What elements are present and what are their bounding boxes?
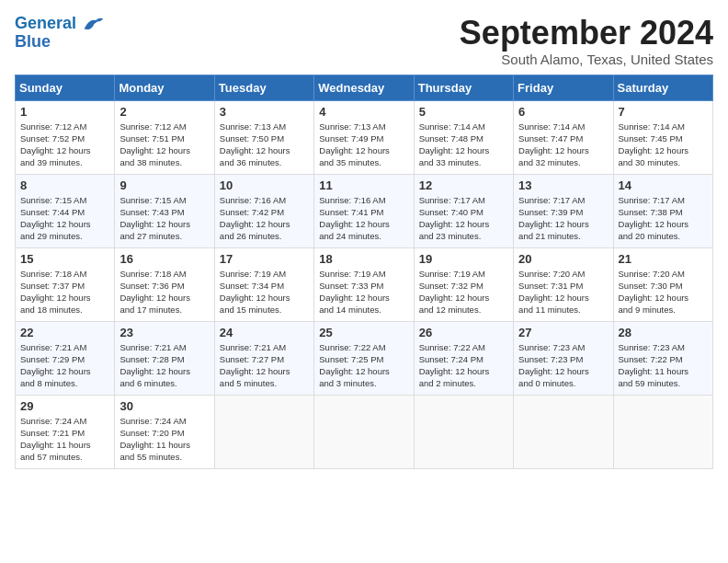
day-number: 17 — [220, 252, 309, 266]
day-number: 8 — [20, 178, 109, 192]
logo-text: General — [15, 15, 105, 33]
day-number: 11 — [319, 178, 408, 192]
calendar-day-cell: 4Sunrise: 7:13 AM Sunset: 7:49 PM Daylig… — [314, 100, 414, 174]
calendar-header-saturday: Saturday — [613, 75, 712, 100]
calendar-day-cell: 9Sunrise: 7:15 AM Sunset: 7:43 PM Daylig… — [115, 174, 214, 247]
title-area: September 2024 South Alamo, Texas, Unite… — [460, 15, 713, 67]
logo-text-blue: Blue — [15, 32, 51, 51]
calendar-day-cell: 8Sunrise: 7:15 AM Sunset: 7:44 PM Daylig… — [16, 174, 115, 247]
day-info: Sunrise: 7:14 AM Sunset: 7:45 PM Dayligh… — [619, 121, 708, 169]
calendar-header-tuesday: Tuesday — [214, 75, 313, 100]
day-number: 6 — [518, 105, 608, 119]
day-number: 13 — [518, 178, 608, 192]
day-info: Sunrise: 7:15 AM Sunset: 7:44 PM Dayligh… — [20, 194, 109, 243]
day-number: 5 — [419, 105, 508, 119]
calendar-day-cell: 6Sunrise: 7:14 AM Sunset: 7:47 PM Daylig… — [514, 100, 613, 174]
calendar-day-cell: 28Sunrise: 7:23 AM Sunset: 7:22 PM Dayli… — [613, 321, 712, 395]
day-number: 16 — [119, 252, 209, 266]
day-number: 10 — [220, 178, 309, 192]
calendar-day-cell — [514, 395, 613, 468]
day-number: 19 — [419, 252, 508, 266]
calendar-day-cell — [414, 395, 513, 468]
day-info: Sunrise: 7:14 AM Sunset: 7:47 PM Dayligh… — [518, 121, 608, 169]
calendar-day-cell: 22Sunrise: 7:21 AM Sunset: 7:29 PM Dayli… — [16, 321, 115, 395]
day-number: 4 — [319, 105, 408, 119]
day-info: Sunrise: 7:13 AM Sunset: 7:50 PM Dayligh… — [220, 121, 309, 169]
day-number: 24 — [220, 326, 309, 339]
day-number: 22 — [20, 326, 109, 339]
calendar-header-friday: Friday — [514, 75, 613, 100]
day-info: Sunrise: 7:20 AM Sunset: 7:31 PM Dayligh… — [518, 268, 608, 316]
day-number: 20 — [518, 252, 608, 266]
day-info: Sunrise: 7:20 AM Sunset: 7:30 PM Dayligh… — [619, 268, 708, 316]
calendar-day-cell — [613, 395, 712, 468]
day-info: Sunrise: 7:19 AM Sunset: 7:34 PM Dayligh… — [220, 268, 309, 316]
day-info: Sunrise: 7:16 AM Sunset: 7:42 PM Dayligh… — [220, 194, 309, 243]
calendar-day-cell: 30Sunrise: 7:24 AM Sunset: 7:20 PM Dayli… — [115, 395, 214, 468]
calendar-day-cell: 15Sunrise: 7:18 AM Sunset: 7:37 PM Dayli… — [16, 247, 115, 321]
day-info: Sunrise: 7:12 AM Sunset: 7:51 PM Dayligh… — [119, 121, 209, 169]
day-info: Sunrise: 7:24 AM Sunset: 7:20 PM Dayligh… — [119, 415, 209, 464]
day-info: Sunrise: 7:18 AM Sunset: 7:37 PM Dayligh… — [20, 268, 109, 316]
day-info: Sunrise: 7:17 AM Sunset: 7:40 PM Dayligh… — [419, 194, 508, 243]
day-number: 12 — [419, 178, 508, 192]
calendar-day-cell: 11Sunrise: 7:16 AM Sunset: 7:41 PM Dayli… — [314, 174, 414, 247]
calendar-day-cell — [214, 395, 313, 468]
calendar-day-cell: 12Sunrise: 7:17 AM Sunset: 7:40 PM Dayli… — [414, 174, 513, 247]
day-number: 18 — [319, 252, 408, 266]
calendar-week-row: 29Sunrise: 7:24 AM Sunset: 7:21 PM Dayli… — [16, 395, 713, 468]
calendar-week-row: 15Sunrise: 7:18 AM Sunset: 7:37 PM Dayli… — [16, 247, 713, 321]
calendar-week-row: 1Sunrise: 7:12 AM Sunset: 7:52 PM Daylig… — [16, 100, 713, 174]
calendar-day-cell: 1Sunrise: 7:12 AM Sunset: 7:52 PM Daylig… — [16, 100, 115, 174]
calendar-header-sunday: Sunday — [16, 75, 115, 100]
day-info: Sunrise: 7:19 AM Sunset: 7:33 PM Dayligh… — [319, 268, 408, 316]
day-info: Sunrise: 7:22 AM Sunset: 7:24 PM Dayligh… — [419, 341, 508, 390]
calendar-day-cell: 25Sunrise: 7:22 AM Sunset: 7:25 PM Dayli… — [314, 321, 414, 395]
calendar-header-monday: Monday — [115, 75, 214, 100]
day-info: Sunrise: 7:18 AM Sunset: 7:36 PM Dayligh… — [119, 268, 209, 316]
day-info: Sunrise: 7:17 AM Sunset: 7:38 PM Dayligh… — [619, 194, 708, 243]
day-info: Sunrise: 7:23 AM Sunset: 7:23 PM Dayligh… — [518, 341, 608, 390]
day-info: Sunrise: 7:21 AM Sunset: 7:29 PM Dayligh… — [20, 341, 109, 390]
day-number: 7 — [619, 105, 708, 119]
calendar-day-cell: 7Sunrise: 7:14 AM Sunset: 7:45 PM Daylig… — [613, 100, 712, 174]
day-number: 26 — [419, 326, 508, 339]
calendar-header-row: SundayMondayTuesdayWednesdayThursdayFrid… — [16, 75, 713, 100]
day-number: 15 — [20, 252, 109, 266]
calendar-week-row: 8Sunrise: 7:15 AM Sunset: 7:44 PM Daylig… — [16, 174, 713, 247]
calendar-day-cell: 5Sunrise: 7:14 AM Sunset: 7:48 PM Daylig… — [414, 100, 513, 174]
logo: General Blue — [15, 15, 105, 52]
calendar-day-cell: 13Sunrise: 7:17 AM Sunset: 7:39 PM Dayli… — [514, 174, 613, 247]
day-info: Sunrise: 7:15 AM Sunset: 7:43 PM Dayligh… — [119, 194, 209, 243]
calendar-day-cell: 3Sunrise: 7:13 AM Sunset: 7:50 PM Daylig… — [214, 100, 313, 174]
calendar-day-cell: 20Sunrise: 7:20 AM Sunset: 7:31 PM Dayli… — [514, 247, 613, 321]
day-info: Sunrise: 7:13 AM Sunset: 7:49 PM Dayligh… — [319, 121, 408, 169]
day-info: Sunrise: 7:17 AM Sunset: 7:39 PM Dayligh… — [518, 194, 608, 243]
day-number: 27 — [518, 326, 608, 339]
day-info: Sunrise: 7:14 AM Sunset: 7:48 PM Dayligh… — [419, 121, 508, 169]
day-info: Sunrise: 7:16 AM Sunset: 7:41 PM Dayligh… — [319, 194, 408, 243]
day-number: 1 — [20, 105, 109, 119]
day-number: 21 — [619, 252, 708, 266]
day-number: 28 — [619, 326, 708, 339]
day-number: 3 — [220, 105, 309, 119]
calendar-header-thursday: Thursday — [414, 75, 513, 100]
day-number: 23 — [119, 326, 209, 339]
day-number: 30 — [119, 399, 209, 413]
calendar-table: SundayMondayTuesdayWednesdayThursdayFrid… — [15, 75, 713, 469]
calendar-day-cell: 16Sunrise: 7:18 AM Sunset: 7:36 PM Dayli… — [115, 247, 214, 321]
day-number: 29 — [20, 399, 109, 413]
calendar-day-cell: 18Sunrise: 7:19 AM Sunset: 7:33 PM Dayli… — [314, 247, 414, 321]
day-info: Sunrise: 7:12 AM Sunset: 7:52 PM Dayligh… — [20, 121, 109, 169]
calendar-day-cell: 19Sunrise: 7:19 AM Sunset: 7:32 PM Dayli… — [414, 247, 513, 321]
calendar-header-wednesday: Wednesday — [314, 75, 414, 100]
calendar-day-cell: 29Sunrise: 7:24 AM Sunset: 7:21 PM Dayli… — [16, 395, 115, 468]
calendar-day-cell: 10Sunrise: 7:16 AM Sunset: 7:42 PM Dayli… — [214, 174, 313, 247]
day-info: Sunrise: 7:24 AM Sunset: 7:21 PM Dayligh… — [20, 415, 109, 464]
day-info: Sunrise: 7:23 AM Sunset: 7:22 PM Dayligh… — [619, 341, 708, 390]
calendar-week-row: 22Sunrise: 7:21 AM Sunset: 7:29 PM Dayli… — [16, 321, 713, 395]
calendar-day-cell: 24Sunrise: 7:21 AM Sunset: 7:27 PM Dayli… — [214, 321, 313, 395]
calendar-day-cell: 27Sunrise: 7:23 AM Sunset: 7:23 PM Dayli… — [514, 321, 613, 395]
calendar-day-cell: 23Sunrise: 7:21 AM Sunset: 7:28 PM Dayli… — [115, 321, 214, 395]
calendar-day-cell: 26Sunrise: 7:22 AM Sunset: 7:24 PM Dayli… — [414, 321, 513, 395]
